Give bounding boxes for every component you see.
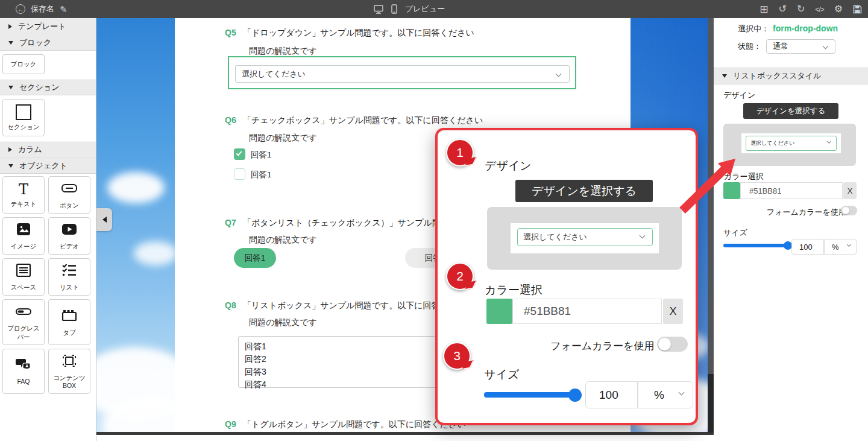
question-title: 「ドロップダウン」サンプル問題です。以下に回答ください [243,28,474,39]
sidebar-section-label: カラム [18,144,42,155]
gear-icon[interactable] [834,4,843,14]
object-card-label: コンテンツBOX [50,374,89,390]
design-select-button[interactable]: デザインを選択する [515,180,653,202]
size-unit-value: % [654,389,664,402]
sidebar-section-section[interactable]: セクション [0,79,96,95]
object-card-label: ボタン [60,201,79,209]
block-item-button[interactable]: ブロック [2,54,45,74]
object-card-tab[interactable]: タブ [48,299,90,344]
object-card-button[interactable]: ボタン [48,176,90,214]
progress-bar-icon [15,303,32,322]
slider-track [723,244,788,247]
object-card-image[interactable]: イメージ [2,217,45,255]
chevron-down-icon [679,390,685,396]
question-description: 問題の解説文です [249,133,317,144]
sidebar-collapse-handle[interactable] [96,208,112,231]
chevron-right-icon [8,147,12,152]
slider-knob[interactable] [784,241,792,250]
color-swatch[interactable] [486,299,512,324]
topbar: 保存名 プレビュー [0,0,868,18]
sidebar-section-block[interactable]: ブロック [0,34,96,51]
vertical-scrollbar[interactable] [708,18,714,433]
chevron-down-icon [640,233,646,239]
slider-knob[interactable] [568,389,582,402]
object-card-list[interactable]: リスト [48,258,90,296]
object-card-content-box[interactable]: コンテンツBOX [48,349,90,394]
question-title: 「チェックボックス」サンプル問題です。以下に回答ください [243,115,483,126]
pencil-icon[interactable] [60,5,68,14]
color-clear-button[interactable]: X [843,182,857,199]
code-icon[interactable] [815,5,823,13]
size-unit-select[interactable]: % [824,239,857,255]
object-card-label: ビデオ [60,243,79,250]
checkbox-label: 回答1 [251,150,272,160]
chevron-down-icon [556,71,562,77]
chevron-left-icon [102,217,107,223]
color-hex-field[interactable]: #51BB81 [740,182,843,199]
right-settings-panel: 選択中： form-drop-down 状態： 通常 リストボックススタイル デ… [714,18,868,441]
object-card-text[interactable]: T テキスト [2,176,45,214]
checkbox-label: 回答1 [251,170,272,180]
section-item-label: セクション [7,123,40,131]
size-slider[interactable] [723,244,788,247]
question-description: 問題の解説文です [249,235,317,246]
sidebar-section-label: ブロック [19,37,51,48]
chevron-down-icon [722,74,727,78]
object-card-space[interactable]: スペース [2,258,45,296]
sidebar-section-object[interactable]: オブジェクト [0,157,96,174]
section-item-card[interactable]: セクション [2,99,45,136]
color-clear-button[interactable]: X [663,299,683,324]
dropdown-placeholder: 選択してください [236,69,306,80]
listbox-style-section-header[interactable]: リストボックススタイル [714,68,868,84]
form-color-label: フォームカラーを使用 [550,339,654,353]
form-color-toggle-off[interactable] [841,206,857,215]
video-icon [61,221,78,240]
object-card-progress-bar[interactable]: プログレスバー [2,299,45,344]
desktop-monitor-icon[interactable] [374,5,383,14]
form-color-toggle-off[interactable] [657,337,688,352]
scrollbar-thumb[interactable] [708,18,714,374]
back-icon[interactable] [16,4,25,14]
checkbox-unchecked[interactable] [234,168,245,180]
size-slider[interactable] [484,392,577,398]
checkbox-checked[interactable] [234,148,245,160]
sidebar-section-template[interactable]: テンプレート [0,18,96,34]
design-label: デザイン [485,158,532,174]
tab-icon [61,308,78,326]
preview-dropdown: 選択してください [517,228,653,246]
floppy-save-icon[interactable] [853,5,862,14]
object-card-video[interactable]: ビデオ [48,217,90,255]
color-hex-field[interactable]: #51BB81 [512,299,662,324]
block-item-label: ブロック [11,60,37,69]
space-icon [15,262,32,281]
question-number: Q7 [225,218,236,227]
size-label: サイズ [723,227,747,238]
svg-text:A: A [25,364,28,368]
chevron-down-icon [827,139,831,144]
size-value-input[interactable]: 100 [791,239,824,255]
question-number: Q8 [225,300,236,310]
faq-icon: A [15,357,32,375]
q5-dropdown[interactable]: 選択してください [235,65,570,83]
left-sidebar: テンプレート ブロック ブロック セクション セクション カラム オブジェクト … [0,18,96,441]
answer-button-selected[interactable]: 回答1 [234,248,276,268]
color-swatch[interactable] [723,182,740,199]
size-label: サイズ [484,367,519,382]
size-unit-select[interactable]: % [638,381,693,408]
undo-icon[interactable] [778,4,786,14]
state-select[interactable]: 通常 [766,39,835,54]
preview-label: プレビュー [405,4,445,14]
canvas-bottom-edge [96,432,714,435]
state-label: 状態： [738,41,761,52]
grid-icon[interactable] [760,4,768,14]
toggle-knob [658,338,671,351]
redo-icon[interactable] [797,4,805,14]
question-number: Q9 [225,419,236,429]
object-card-label: イメージ [11,243,37,250]
design-select-button[interactable]: デザインを選択する [743,103,838,119]
mobile-phone-icon[interactable] [391,4,397,14]
object-card-faq[interactable]: A FAQ [2,349,45,394]
sidebar-section-column[interactable]: カラム [0,141,96,157]
size-unit-value: % [832,243,839,252]
size-value-input[interactable]: 100 [585,381,638,408]
